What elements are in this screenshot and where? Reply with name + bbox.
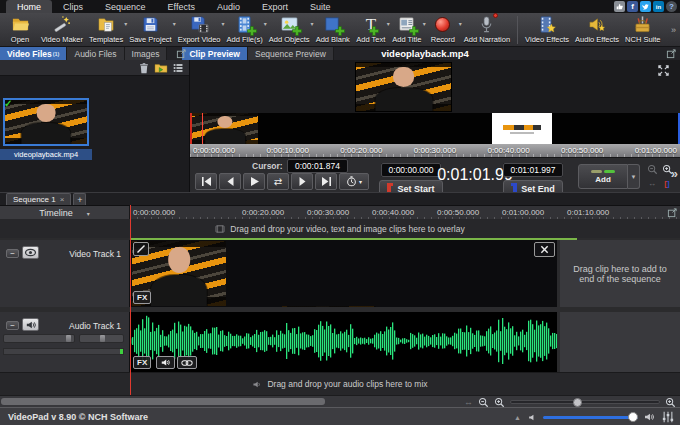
volume-handle[interactable] <box>628 412 638 422</box>
clip-filmstrip[interactable] <box>190 113 680 144</box>
clip-thumbnail <box>282 306 376 307</box>
close-sequence-icon[interactable]: × <box>60 195 65 204</box>
like-icon[interactable] <box>614 1 625 12</box>
tab-clip-preview[interactable]: Clip Preview <box>182 47 248 60</box>
go-to-start-button[interactable] <box>195 173 217 190</box>
zoom-slider-handle[interactable] <box>573 398 582 407</box>
timeline-zoom-in-icon[interactable] <box>494 397 505 408</box>
record-button[interactable]: Record ▾ <box>425 14 461 46</box>
tab-sequence-preview[interactable]: Sequence Preview <box>248 47 334 60</box>
fullscreen-icon[interactable] <box>657 64 670 77</box>
preview-panel-popout-icon[interactable] <box>666 48 677 59</box>
clip-time-ruler[interactable]: 0:00:00.000 0:00:10.000 0:00:20.000 0:00… <box>190 144 680 157</box>
add-title-button[interactable]: Add Title ▾ <box>389 14 425 46</box>
menu-home[interactable]: Home <box>6 0 52 13</box>
media-clip-name[interactable]: videoplayback.mp4 <box>0 149 92 160</box>
menu-sequence[interactable]: Sequence <box>94 0 157 13</box>
add-narration-button[interactable]: Add Narration <box>461 14 513 46</box>
more-controls-icon[interactable]: » <box>671 166 678 181</box>
loop-button[interactable]: ⇄ <box>267 173 289 190</box>
cursor-time-field[interactable]: 0:00:01.874 <box>287 159 348 173</box>
add-objects-button[interactable]: Add Objects ▾ <box>266 14 313 46</box>
collapse-track-button[interactable]: − <box>6 321 19 330</box>
open-button[interactable]: Open <box>2 14 38 46</box>
sequence-tab[interactable]: Sequence 1 × <box>6 193 71 205</box>
menu-suite[interactable]: Suite <box>299 0 342 13</box>
timeline-zoom-out-icon[interactable] <box>478 397 489 408</box>
next-frame-button[interactable] <box>291 173 313 190</box>
media-panel-popout-icon[interactable] <box>176 48 187 59</box>
tab-images[interactable]: Images <box>125 47 168 60</box>
go-to-end-button[interactable] <box>315 173 337 190</box>
video-maker-button[interactable]: Video Maker <box>38 14 86 46</box>
clip-pills-icon <box>591 170 615 173</box>
timeline-playhead[interactable] <box>130 205 131 395</box>
help-icon[interactable]: ? <box>666 1 677 12</box>
transition-icon[interactable] <box>133 242 149 256</box>
sequence-time-ruler[interactable]: 0:00:00.000 0:00:20.000 0:00:30.000 0:00… <box>130 206 680 220</box>
audio-effects-button[interactable]: Audio Effects <box>572 14 622 46</box>
audio-mixer-icon[interactable] <box>662 411 674 423</box>
add-text-button[interactable]: T Add Text ▾ <box>353 14 389 46</box>
clip-preview-panel: 0:00:00.000 0:00:10.000 0:00:20.000 0:00… <box>190 60 680 192</box>
audio-clip[interactable]: FX <box>130 312 557 372</box>
volume-min-icon[interactable] <box>527 413 537 422</box>
delete-media-icon[interactable] <box>138 62 150 74</box>
volume-max-icon[interactable] <box>644 412 656 422</box>
audio-append-zone[interactable] <box>560 312 680 372</box>
menu-export[interactable]: Export <box>251 0 299 13</box>
timeline-zoom-slider[interactable] <box>510 400 660 404</box>
timeline-mode-select[interactable]: Timeline ▾ <box>0 206 130 220</box>
save-project-button[interactable]: Save Project ▾ <box>126 14 175 46</box>
new-sequence-button[interactable]: + <box>73 193 86 205</box>
add-files-button[interactable]: Add File(s) ▾ <box>224 14 266 46</box>
add-clip-button[interactable]: Add <box>578 164 628 189</box>
video-clip[interactable]: FX <box>130 240 557 307</box>
end-time-field[interactable]: 0:01:01.997 <box>503 163 564 177</box>
toolbar-overflow-icon[interactable]: » <box>669 25 678 35</box>
menu-audio[interactable]: Audio <box>206 0 251 13</box>
collapse-track-button[interactable]: − <box>6 249 19 258</box>
track-visibility-eye-icon[interactable] <box>22 246 39 259</box>
clip-start-marker[interactable] <box>190 113 192 144</box>
overlay-drop-zone[interactable]: Drag and drop your video, text and image… <box>0 219 680 238</box>
master-volume-slider[interactable] <box>543 416 638 419</box>
video-fx-badge[interactable]: FX <box>133 291 151 304</box>
export-video-button[interactable]: Export Video ▾ <box>175 14 224 46</box>
nch-suite-button[interactable]: NCH Suite <box>622 14 663 46</box>
clip-cursor-line[interactable] <box>202 113 203 144</box>
playback-timer-button[interactable]: ▾ <box>339 173 369 190</box>
tab-audio-files[interactable]: Audio Files <box>67 47 124 60</box>
previous-frame-button[interactable] <box>219 173 241 190</box>
track-mute-speaker-icon[interactable] <box>22 318 39 331</box>
fit-width-icon[interactable]: ↔ <box>645 177 659 190</box>
play-button[interactable] <box>243 173 265 190</box>
audio-fx-badge[interactable]: FX <box>133 356 151 369</box>
list-view-icon[interactable] <box>172 62 184 74</box>
pan-slider[interactable] <box>79 334 124 343</box>
append-drop-zone[interactable]: Drag clip here to add to end of the sequ… <box>560 240 680 307</box>
zoom-out-icon[interactable] <box>645 163 659 176</box>
add-blank-button[interactable]: Add Blank <box>313 14 353 46</box>
add-media-folder-icon[interactable] <box>154 62 168 74</box>
link-clip-icon[interactable] <box>177 356 197 369</box>
facebook-icon[interactable]: f <box>627 1 638 12</box>
media-clip-thumbnail[interactable]: ✓ <box>3 98 89 146</box>
menu-effects[interactable]: Effects <box>157 0 206 13</box>
tab-video-files[interactable]: Video Files(1) <box>0 47 67 60</box>
timeline-zoom-full-icon[interactable] <box>665 397 676 408</box>
add-clip-dropdown[interactable]: ▼ <box>628 164 640 189</box>
twitter-icon[interactable] <box>640 1 651 12</box>
templates-button[interactable]: Templates ▾ <box>86 14 126 46</box>
fit-timeline-icon[interactable]: ↔ <box>464 397 473 407</box>
horizontal-scrollbar[interactable] <box>1 398 325 405</box>
audio-mix-drop-zone[interactable]: Drag and drop your audio clips here to m… <box>0 372 680 395</box>
collapse-panel-icon[interactable]: ▲ <box>514 414 521 421</box>
timeline-popout-icon[interactable] <box>667 207 678 218</box>
linkedin-icon[interactable]: in <box>653 1 664 12</box>
volume-slider[interactable] <box>3 334 75 343</box>
menu-clips[interactable]: Clips <box>52 0 94 13</box>
clip-speaker-icon[interactable] <box>156 356 175 369</box>
video-effects-button[interactable]: Video Effects <box>522 14 572 46</box>
remove-clip-icon[interactable] <box>534 242 555 257</box>
